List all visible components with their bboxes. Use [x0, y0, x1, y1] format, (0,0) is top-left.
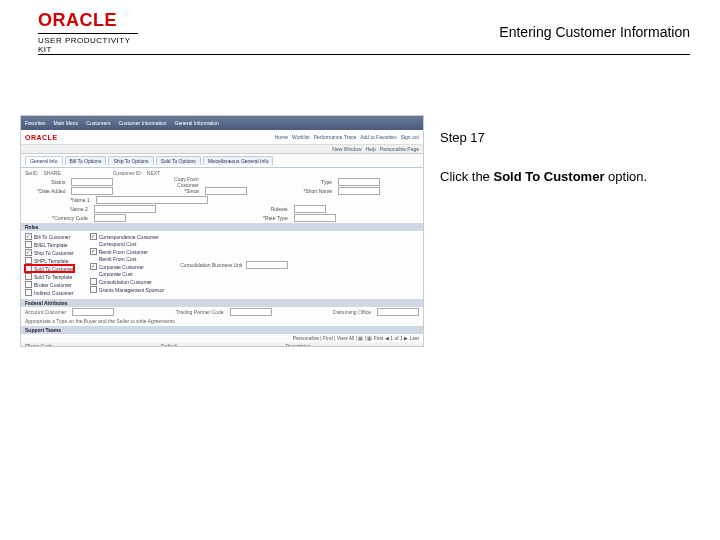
cb-bitpl[interactable]: BI/EL Template	[25, 241, 74, 248]
link-pers[interactable]: Personalize Page	[380, 146, 419, 152]
menu-item[interactable]: Customer Information	[118, 120, 166, 126]
cb-soldtpl[interactable]: Sold To Template	[25, 273, 74, 280]
divider	[38, 54, 690, 55]
cb-corp[interactable]: Corporate Customer	[90, 263, 165, 270]
name2-input[interactable]	[94, 205, 156, 213]
tab-general[interactable]: General Info	[25, 156, 63, 165]
cb-corpval: Corporate Cust	[90, 271, 165, 277]
fed-tp-label: Trading Partner Code	[176, 309, 224, 315]
menu-item[interactable]: General Information	[175, 120, 219, 126]
cb-grants[interactable]: Grants Management Sponsor	[90, 286, 165, 293]
menu-item[interactable]: Customers	[86, 120, 110, 126]
cb-corr[interactable]: Correspondence Customer	[90, 233, 165, 240]
instruction-suffix: option.	[604, 169, 647, 184]
cb-billto[interactable]: Bill To Customer	[25, 233, 74, 240]
setid-label: SetID	[25, 170, 38, 176]
section-roles: Roles	[21, 223, 423, 231]
fed-acct-input[interactable]	[72, 308, 114, 316]
name1-input[interactable]	[96, 196, 208, 204]
fed-acct-label: Account Customer	[25, 309, 66, 315]
tab-misc[interactable]: Miscellaneous General Info	[203, 156, 274, 165]
instruction-text: Click the Sold To Customer option.	[440, 169, 700, 184]
copy-label: Copy From Customer	[158, 176, 198, 188]
name1-label: *Name 1	[25, 197, 90, 203]
cb-indirect[interactable]: Indirect Customer	[25, 289, 74, 296]
consol-input[interactable]	[246, 261, 288, 269]
sup-nav[interactable]: Personalize | Find | View All | ▦ | ▦ Fi…	[293, 335, 419, 341]
fed-tp-input[interactable]	[230, 308, 272, 316]
date-label: *Date Added	[25, 188, 65, 194]
col-desc: Description	[285, 343, 310, 347]
menu-item[interactable]: Main Menu	[54, 120, 79, 126]
link-help[interactable]: Help	[366, 146, 376, 152]
link-fav[interactable]: Add to Favorites	[360, 134, 396, 140]
cb-remit[interactable]: Remit From Customer	[90, 248, 165, 255]
curr-input[interactable]	[94, 214, 126, 222]
status-label: Status	[25, 179, 65, 185]
link-worklist[interactable]: Worklist	[292, 134, 310, 140]
roles-left-col: Bill To Customer BI/EL Template Ship To …	[25, 233, 74, 296]
short-input[interactable]	[338, 187, 380, 195]
upk-label: USER PRODUCTIVITY KIT	[38, 33, 138, 54]
fed-disb-label: Disbursing Office	[333, 309, 371, 315]
link-newwin[interactable]: New Window	[332, 146, 361, 152]
setid-value: SHARE	[44, 170, 61, 176]
menubar: Favorites Main Menu Customers Customer I…	[21, 116, 423, 130]
roles-right-col: Correspondence Customer Correspond Cust …	[90, 233, 165, 296]
link-home[interactable]: Home	[275, 134, 288, 140]
step-label: Step 17	[440, 130, 700, 145]
section-support: Support Teams	[21, 326, 423, 334]
type-label: Type	[292, 179, 332, 185]
cb-shipto[interactable]: Ship To Customer	[25, 249, 74, 256]
col-teamcode: *Team Code	[25, 343, 53, 347]
fed-note: Appropriate a Type on the Buyer and the …	[25, 318, 175, 324]
section-federal: Federal Attributes	[21, 299, 423, 307]
breadcrumb: Entering Customer Information	[499, 24, 690, 40]
link-signout[interactable]: Sign out	[401, 134, 419, 140]
cb-shptpl[interactable]: SHPL Template	[25, 257, 74, 264]
menu-item[interactable]: Favorites	[25, 120, 46, 126]
type-select[interactable]	[338, 178, 380, 186]
cb-corrval: Correspond Cust	[90, 241, 165, 247]
cb-remitval: Remit From Cust	[90, 256, 165, 262]
status-select[interactable]	[71, 178, 113, 186]
consol-bu: Consolidation Business Unit	[180, 261, 287, 269]
short-label: *Short Name	[292, 188, 332, 194]
since-label: *Since	[158, 188, 198, 194]
instruction-bold: Sold To Customer	[493, 169, 604, 184]
rate-label: *Rate Type	[225, 215, 288, 221]
tab-soldto[interactable]: Sold To Options	[156, 156, 201, 165]
curr-label: *Currency Code	[25, 215, 88, 221]
app-screenshot: Favorites Main Menu Customers Customer I…	[20, 115, 424, 347]
cb-soldto[interactable]: Sold To Customer	[25, 265, 74, 272]
cb-broker[interactable]: Broker Customer	[25, 281, 74, 288]
tab-shipto[interactable]: Ship To Options	[108, 156, 153, 165]
fed-disb-input[interactable]	[377, 308, 419, 316]
app-logo: ORACLE	[25, 134, 58, 141]
cb-consol[interactable]: Consolidation Customer	[90, 278, 165, 285]
date-input[interactable]	[71, 187, 113, 195]
rate-input[interactable]	[294, 214, 336, 222]
since-input[interactable]	[205, 187, 247, 195]
col-default: Default	[161, 343, 177, 347]
link-trace[interactable]: Performance Trace	[314, 134, 357, 140]
tab-billto[interactable]: Bill To Options	[65, 156, 107, 165]
roleset-input[interactable]	[294, 205, 326, 213]
instruction-prefix: Click the	[440, 169, 493, 184]
oracle-logo: ORACLE	[38, 10, 138, 31]
custid-label: Customer ID	[113, 170, 141, 176]
